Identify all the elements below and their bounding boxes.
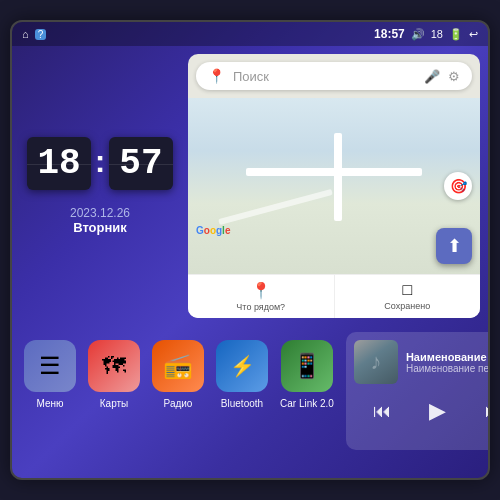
status-time: 18:57 xyxy=(374,27,405,41)
map-bottom-bar: 📍 Что рядом? □ Сохранено xyxy=(188,274,480,318)
bluetooth-icon: ⚡ xyxy=(230,354,255,378)
device-screen: ⌂ ? 18:57 🔊 18 🔋 ↩ 18 : 57 2023.12.26 Вт… xyxy=(10,20,490,480)
battery-icon: 🔋 xyxy=(449,28,463,41)
app-item-menu[interactable]: ☰ Меню xyxy=(24,340,76,409)
app-item-radio[interactable]: 📻 Радио xyxy=(152,340,204,409)
prev-button[interactable]: ⏮ xyxy=(365,397,399,426)
clock-widget: 18 : 57 2023.12.26 Вторник xyxy=(20,54,180,318)
app-item-maps[interactable]: 🗺 Карты xyxy=(88,340,140,409)
next-button[interactable]: ⏭ xyxy=(477,397,490,426)
music-controls: ⏮ ▶ ⏭ xyxy=(354,390,490,432)
carlink-icon: 📱 xyxy=(292,352,322,380)
music-info: Наименование песни Наименование певца xyxy=(406,351,490,374)
map-search-bar[interactable]: 📍 Поиск 🎤 ⚙ xyxy=(196,62,472,90)
app-label-bluetooth: Bluetooth xyxy=(221,398,263,409)
app-icon-maps: 🗺 xyxy=(88,340,140,392)
map-pin-icon: 📍 xyxy=(208,68,225,84)
music-artwork: ♪ xyxy=(354,340,398,384)
app-label-radio: Радио xyxy=(164,398,193,409)
home-icon[interactable]: ⌂ xyxy=(22,28,29,40)
app-label-maps: Карты xyxy=(100,398,129,409)
maps-icon: 🗺 xyxy=(102,352,126,380)
app-item-carlink[interactable]: 📱 Car Link 2.0 xyxy=(280,340,334,409)
volume-icon: 🔊 xyxy=(411,28,425,41)
map-display[interactable]: Google 🎯 ⬆ xyxy=(188,98,480,274)
main-area: 18 : 57 2023.12.26 Вторник 📍 Поиск 🎤 ⚙ xyxy=(12,46,488,326)
music-artist: Наименование певца xyxy=(406,363,490,374)
clock-date: 2023.12.26 Вторник xyxy=(70,206,130,235)
saved-icon: □ xyxy=(402,281,412,299)
play-button[interactable]: ▶ xyxy=(421,394,454,428)
app-label-menu: Меню xyxy=(36,398,63,409)
map-road-vertical xyxy=(334,133,342,221)
map-widget: 📍 Поиск 🎤 ⚙ Google 🎯 ⬆ xyxy=(188,54,480,318)
nearby-label: Что рядом? xyxy=(236,302,285,312)
app-icon-menu: ☰ xyxy=(24,340,76,392)
bottom-section: ☰ Меню 🗺 Карты 📻 Радио ⚡ Blu xyxy=(12,326,488,456)
map-road-diagonal xyxy=(218,189,332,225)
zoom-in-button[interactable]: 🎯 xyxy=(444,172,472,200)
navigate-button[interactable]: ⬆ xyxy=(436,228,472,264)
clock-hours: 18 xyxy=(27,137,90,190)
status-bar: ⌂ ? 18:57 🔊 18 🔋 ↩ xyxy=(12,22,488,46)
search-placeholder-text: Поиск xyxy=(233,69,416,84)
date-value: 2023.12.26 xyxy=(70,206,130,220)
google-logo: Google xyxy=(196,225,230,236)
menu-icon: ☰ xyxy=(39,352,61,380)
clock-colon: : xyxy=(95,143,106,180)
app-icon-bluetooth: ⚡ xyxy=(216,340,268,392)
flip-clock: 18 : 57 xyxy=(27,137,172,190)
navigate-icon: ⬆ xyxy=(447,235,462,257)
nav-icon[interactable]: ? xyxy=(35,29,47,40)
mic-icon[interactable]: 🎤 xyxy=(424,69,440,84)
app-item-bluetooth[interactable]: ⚡ Bluetooth xyxy=(216,340,268,409)
music-widget: ♪ Наименование песни Наименование певца … xyxy=(346,332,490,450)
app-grid: ☰ Меню 🗺 Карты 📻 Радио ⚡ Blu xyxy=(20,332,338,450)
app-label-carlink: Car Link 2.0 xyxy=(280,398,334,409)
app-icon-carlink: 📱 xyxy=(281,340,333,392)
music-top: ♪ Наименование песни Наименование певца xyxy=(354,340,490,384)
status-bar-left: ⌂ ? xyxy=(22,28,46,40)
settings-icon[interactable]: ⚙ xyxy=(448,69,460,84)
nearby-icon: 📍 xyxy=(251,281,271,300)
app-icon-radio: 📻 xyxy=(152,340,204,392)
radio-icon: 📻 xyxy=(163,352,193,380)
map-controls: 🎯 xyxy=(444,172,472,200)
day-value: Вторник xyxy=(70,220,130,235)
saved-label: Сохранено xyxy=(384,301,430,311)
music-title: Наименование песни xyxy=(406,351,490,363)
clock-minutes: 57 xyxy=(109,137,172,190)
music-art-inner: ♪ xyxy=(354,340,398,384)
music-note-icon: ♪ xyxy=(370,349,381,375)
battery-level: 18 xyxy=(431,28,443,40)
nearby-button[interactable]: 📍 Что рядом? xyxy=(188,275,335,318)
back-icon[interactable]: ↩ xyxy=(469,28,478,41)
saved-button[interactable]: □ Сохранено xyxy=(335,275,481,318)
